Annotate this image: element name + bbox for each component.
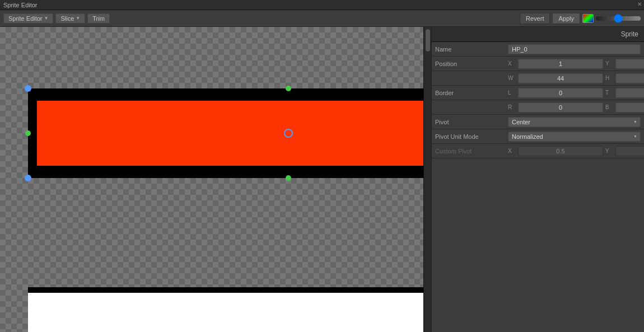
sprite-inner — [28, 88, 423, 178]
border-t-input[interactable] — [615, 88, 644, 98]
border-b-label: B — [605, 104, 613, 110]
panel-title: Sprite — [432, 27, 644, 42]
border-t-label: T — [605, 90, 613, 96]
zoom-slider-container — [596, 16, 641, 21]
name-row: Name — [432, 42, 644, 57]
pos-h-input[interactable] — [615, 73, 644, 83]
bottom-preview — [28, 287, 423, 332]
border-r-group: R — [508, 102, 603, 113]
handle-bottom-mid[interactable] — [286, 175, 291, 181]
chevron-down-icon: ▼ — [76, 16, 80, 21]
pos-y-group: Y — [605, 59, 644, 69]
pivot-dropdown-wrapper: Center Top Left Top Right Bottom Left Bo… — [508, 117, 641, 127]
toolbar: Sprite Editor ▼ Slice ▼ Trim Revert Appl… — [0, 10, 644, 27]
border-row-rb: R B — [432, 100, 644, 115]
slice-button[interactable]: Slice ▼ — [55, 13, 85, 24]
name-value-container — [508, 44, 641, 54]
border-r-input[interactable] — [518, 102, 603, 113]
center-pivot[interactable] — [284, 129, 293, 138]
chevron-down-icon: ▼ — [44, 16, 49, 21]
title-bar: Sprite Editor ✕ — [0, 0, 644, 10]
custom-pivot-x-label: X — [508, 148, 516, 154]
border-rb-values: R B — [508, 102, 644, 113]
pos-h-label: H — [605, 75, 613, 81]
position-wh-values: W H — [508, 73, 644, 83]
border-b-input[interactable] — [615, 102, 644, 113]
handle-top-left[interactable] — [25, 85, 31, 92]
pivot-value-container: Center Top Left Top Right Bottom Left Bo… — [508, 117, 641, 127]
sprite-editor-button[interactable]: Sprite Editor ▼ — [3, 13, 53, 24]
title-bar-text: Sprite Editor — [3, 2, 38, 8]
pos-h-group: H — [605, 73, 644, 83]
border-b-group: B — [605, 102, 644, 113]
border-label: Border — [435, 90, 508, 96]
main-area: Sprite Name Position X Y — [0, 27, 644, 332]
name-label: Name — [435, 46, 508, 53]
pivot-unit-mode-row: Pivot Unit Mode Normalized Pixels — [432, 129, 644, 144]
bottom-preview-white — [28, 293, 423, 332]
custom-pivot-x-input[interactable] — [518, 146, 603, 156]
custom-pivot-x-group: X — [508, 146, 603, 156]
pos-w-label: W — [508, 75, 516, 81]
scrollbar[interactable] — [423, 27, 431, 332]
pivot-row: Pivot Center Top Left Top Right Bottom L… — [432, 115, 644, 129]
border-row-lt: Border L T — [432, 86, 644, 100]
handle-bottom-left[interactable] — [25, 175, 31, 181]
position-xy-values: X Y — [508, 59, 644, 69]
sprite-container[interactable] — [28, 88, 423, 178]
zoom-slider[interactable] — [596, 16, 641, 21]
custom-pivot-row: Custom Pivot X Y — [432, 144, 644, 158]
custom-pivot-values: X Y — [508, 146, 644, 156]
trim-button[interactable]: Trim — [87, 13, 110, 24]
border-l-label: L — [508, 90, 516, 96]
handle-left-mid[interactable] — [25, 130, 31, 136]
custom-pivot-label: Custom Pivot — [435, 148, 508, 155]
border-l-input[interactable] — [518, 88, 603, 98]
pos-y-label: Y — [605, 60, 613, 67]
sprite-red-fill — [37, 101, 423, 166]
pivot-unit-mode-select[interactable]: Normalized Pixels — [508, 132, 641, 142]
border-t-group: T — [605, 88, 644, 98]
pos-x-input[interactable] — [518, 59, 603, 69]
checkerboard-background — [0, 27, 423, 332]
name-input[interactable] — [508, 44, 641, 54]
border-r-label: R — [508, 104, 516, 110]
revert-button[interactable]: Revert — [520, 13, 550, 24]
pos-y-input[interactable] — [615, 59, 644, 69]
canvas-area[interactable] — [0, 27, 423, 332]
custom-pivot-y-group: Y — [605, 146, 644, 156]
pos-x-group: X — [508, 59, 603, 69]
position-label: Position — [435, 60, 508, 67]
handle-top-mid[interactable] — [286, 86, 291, 91]
color-icon[interactable] — [582, 14, 594, 23]
pos-w-input[interactable] — [518, 73, 603, 83]
custom-pivot-y-input[interactable] — [615, 146, 644, 156]
scrollbar-thumb[interactable] — [426, 29, 430, 52]
pivot-unit-mode-dropdown-wrapper: Normalized Pixels — [508, 132, 641, 142]
panel-body: Name Position X Y — [432, 42, 644, 332]
pos-w-group: W — [508, 73, 603, 83]
apply-button[interactable]: Apply — [552, 13, 580, 24]
position-row-wh: W H — [432, 71, 644, 86]
custom-pivot-y-label: Y — [605, 148, 613, 154]
right-panel: Sprite Name Position X Y — [431, 27, 644, 332]
pivot-label: Pivot — [435, 119, 508, 125]
position-row-xy: Position X Y — [432, 57, 644, 71]
pivot-unit-mode-value-container: Normalized Pixels — [508, 132, 641, 142]
border-lt-values: L T — [508, 88, 644, 98]
border-l-group: L — [508, 88, 603, 98]
close-icon[interactable]: ✕ — [637, 1, 642, 7]
pivot-unit-mode-label: Pivot Unit Mode — [435, 133, 508, 140]
pivot-select[interactable]: Center Top Left Top Right Bottom Left Bo… — [508, 117, 641, 127]
pos-x-label: X — [508, 60, 516, 67]
